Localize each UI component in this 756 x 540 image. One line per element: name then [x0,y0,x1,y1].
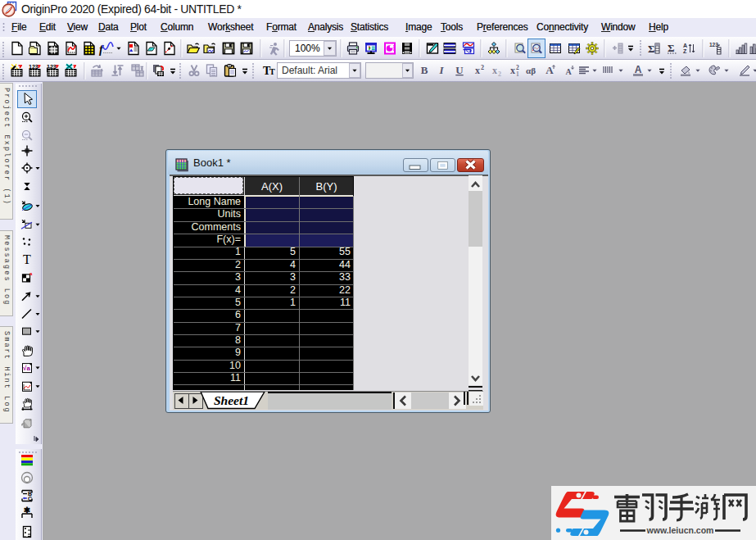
svg-text:x: x [492,65,497,76]
svg-text:T: T [269,67,275,76]
svg-text:A: A [565,67,572,76]
svg-text:Σ: Σ [648,43,655,55]
svg-text:T: T [23,252,31,266]
svg-text:x: x [510,65,515,76]
svg-text:Σ: Σ [668,42,675,54]
svg-text:C: C [28,496,32,501]
svg-text:Sheet1: Sheet1 [214,393,249,407]
svg-text:✱: ✱ [24,506,31,515]
svg-text:Z: Z [683,48,687,54]
svg-text:αβ: αβ [526,66,536,75]
svg-text:1: 1 [516,70,519,78]
svg-text:100%: 100% [295,43,320,54]
svg-text:A: A [683,43,687,48]
svg-text:√a: √a [23,365,30,372]
svg-text:2: 2 [481,64,484,71]
svg-text:I: I [438,64,444,76]
svg-text:x: x [475,65,480,76]
svg-text:B: B [421,64,428,76]
svg-text:www.leiucn.com: www.leiucn.com [646,525,714,535]
svg-text:2: 2 [498,70,501,78]
svg-text:A: A [635,64,642,75]
svg-text:123: 123 [29,64,38,70]
svg-text:U: U [455,64,464,76]
svg-text:123: 123 [709,42,718,48]
svg-text:Default: Arial: Default: Arial [282,65,337,76]
